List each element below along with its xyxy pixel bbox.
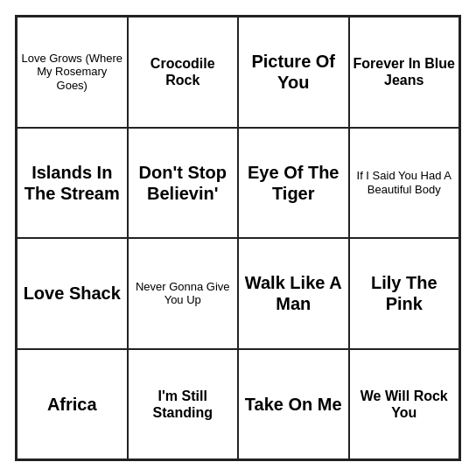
cell-text-r0c3: Forever In Blue Jeans bbox=[354, 55, 456, 88]
cell-text-r2c3: Lily The Pink bbox=[354, 272, 456, 314]
cell-text-r2c1: Never Gonna Give You Up bbox=[132, 280, 234, 307]
cell-text-r1c3: If I Said You Had A Beautiful Body bbox=[354, 169, 456, 196]
cell-text-r1c0: Islands In The Stream bbox=[21, 162, 123, 204]
cell-text-r2c0: Love Shack bbox=[24, 283, 121, 304]
cell-r2c3[interactable]: Lily The Pink bbox=[349, 238, 460, 349]
cell-text-r0c0: Love Grows (Where My Rosemary Goes) bbox=[21, 52, 123, 93]
bingo-board: Love Grows (Where My Rosemary Goes)Croco… bbox=[15, 15, 461, 461]
cell-text-r1c2: Eye Of The Tiger bbox=[242, 162, 345, 204]
cell-r1c3[interactable]: If I Said You Had A Beautiful Body bbox=[349, 128, 460, 239]
cell-r3c2[interactable]: Take On Me bbox=[238, 349, 349, 460]
cell-r0c0[interactable]: Love Grows (Where My Rosemary Goes) bbox=[17, 17, 128, 128]
cell-text-r1c1: Don't Stop Believin' bbox=[132, 162, 234, 204]
cell-r0c3[interactable]: Forever In Blue Jeans bbox=[349, 17, 460, 128]
cell-r0c1[interactable]: Crocodile Rock bbox=[128, 17, 239, 128]
cell-text-r3c0: Africa bbox=[47, 394, 97, 415]
cell-r2c2[interactable]: Walk Like A Man bbox=[238, 238, 349, 349]
cell-text-r2c2: Walk Like A Man bbox=[242, 272, 345, 314]
cell-text-r3c3: We Will Rock You bbox=[354, 388, 456, 421]
cell-r1c0[interactable]: Islands In The Stream bbox=[17, 128, 128, 239]
cell-r3c3[interactable]: We Will Rock You bbox=[349, 349, 460, 460]
cell-text-r3c1: I'm Still Standing bbox=[132, 388, 234, 421]
cell-r2c0[interactable]: Love Shack bbox=[17, 238, 128, 349]
cell-r1c2[interactable]: Eye Of The Tiger bbox=[238, 128, 349, 239]
cell-text-r3c2: Take On Me bbox=[245, 394, 342, 415]
cell-text-r0c1: Crocodile Rock bbox=[132, 55, 234, 88]
cell-r3c0[interactable]: Africa bbox=[17, 349, 128, 460]
cell-r2c1[interactable]: Never Gonna Give You Up bbox=[128, 238, 239, 349]
cell-r0c2[interactable]: Picture Of You bbox=[238, 17, 349, 128]
cell-r3c1[interactable]: I'm Still Standing bbox=[128, 349, 239, 460]
cell-text-r0c2: Picture Of You bbox=[242, 51, 345, 93]
cell-r1c1[interactable]: Don't Stop Believin' bbox=[128, 128, 239, 239]
